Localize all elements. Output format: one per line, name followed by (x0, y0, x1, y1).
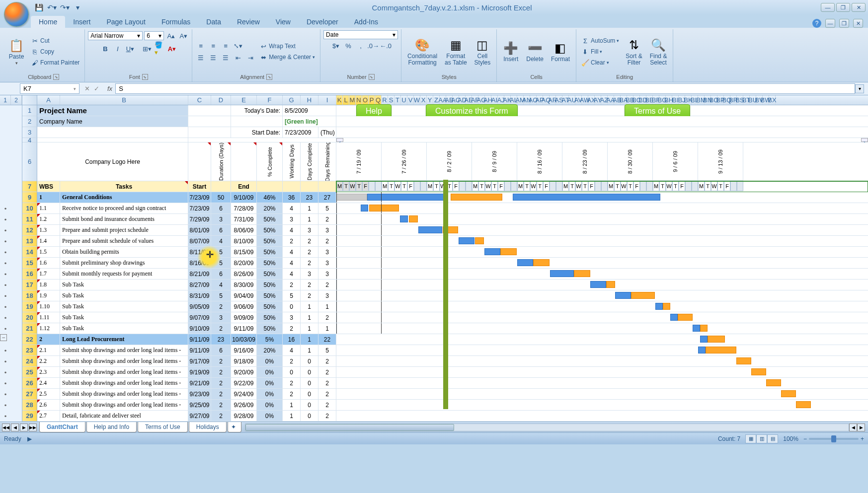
tab-insert[interactable]: Insert (65, 16, 98, 28)
tab-page-layout[interactable]: Page Layout (98, 16, 154, 28)
cancel-formula-icon[interactable]: ✕ (84, 85, 90, 92)
bold-button[interactable]: B (100, 43, 111, 54)
clear-button[interactable]: 🧹Clear▾ (579, 58, 621, 68)
alignment-launcher[interactable]: ⬊ (266, 74, 272, 80)
sheet-tab-help[interactable]: Help and Info (86, 422, 137, 432)
scroll-right-button[interactable]: ▶ (857, 423, 865, 431)
office-button[interactable] (4, 2, 29, 27)
expand-formula-bar[interactable]: ▾ (855, 84, 864, 93)
zoom-out-button[interactable]: − (803, 435, 807, 442)
comma-button[interactable]: , (355, 40, 366, 51)
sheet-nav-first[interactable]: ◀◀ (2, 423, 10, 431)
minimize-button[interactable]: — (821, 3, 835, 12)
sort-filter-button[interactable]: ⇅Sort & Filter (623, 36, 645, 67)
fill-button[interactable]: ⬇Fill▾ (579, 47, 621, 57)
view-normal-button[interactable]: ▦ (745, 434, 756, 443)
autosum-button[interactable]: ΣAutoSum▾ (579, 36, 621, 46)
delete-cells-button[interactable]: ➖Delete (523, 39, 547, 64)
sort-icon: ⇅ (626, 37, 642, 53)
restore-button[interactable]: ❐ (836, 3, 850, 12)
doc-restore-button[interactable]: ❐ (839, 19, 849, 28)
currency-button[interactable]: $▾ (330, 40, 341, 51)
merge-center-button[interactable]: ⬌Merge & Center▾ (257, 52, 317, 62)
align-center-button[interactable]: ☰ (208, 52, 219, 63)
percent-button[interactable]: % (343, 40, 354, 51)
fx-icon[interactable]: fx (104, 85, 115, 92)
orientation-button[interactable]: ⤡▾ (233, 40, 243, 51)
sheet-tab-holidays[interactable]: Holidays (189, 422, 227, 432)
sheet-nav-last[interactable]: ▶▶ (29, 423, 37, 431)
number-format-combo[interactable]: Date▾ (323, 30, 398, 39)
shrink-font-button[interactable]: A▾ (178, 30, 189, 41)
format-as-table-button[interactable]: ▦Format as Table (442, 36, 470, 67)
dec-decimal-button[interactable]: ←.0 (380, 40, 391, 51)
view-page-layout-button[interactable]: ▥ (756, 434, 767, 443)
horizontal-scrollbar[interactable] (245, 423, 849, 431)
paste-icon: 📋 (8, 38, 24, 54)
sheet-nav-next[interactable]: ▶ (20, 423, 28, 431)
indent-more-button[interactable]: ⇥ (245, 52, 256, 63)
wrap-text-button[interactable]: ↩Wrap Text (257, 41, 317, 51)
copy-button[interactable]: ⎘Copy (29, 47, 81, 57)
format-cells-button[interactable]: ◧Format (548, 39, 573, 64)
clipboard-launcher[interactable]: ⬊ (53, 74, 59, 80)
doc-close-button[interactable]: ✕ (853, 19, 863, 28)
border-button[interactable]: ⊞▾ (142, 43, 153, 54)
merge-icon: ⬌ (259, 53, 267, 61)
view-page-break-button[interactable]: ▤ (767, 434, 778, 443)
redo-icon[interactable]: ↷▾ (59, 2, 70, 13)
zoom-in-button[interactable]: + (861, 435, 864, 442)
tab-formulas[interactable]: Formulas (154, 16, 198, 28)
cut-button[interactable]: ✂Cut (29, 36, 81, 46)
save-icon[interactable]: 💾 (33, 2, 44, 13)
sheet-nav-prev[interactable]: ◀ (11, 423, 19, 431)
undo-icon[interactable]: ↶▾ (46, 2, 57, 13)
fill-color-button[interactable]: 🪣▾ (154, 43, 165, 54)
align-right-button[interactable]: ☰ (220, 52, 231, 63)
close-button[interactable]: ✕ (852, 3, 866, 12)
formula-input[interactable]: S (115, 83, 855, 94)
align-bottom-button[interactable]: ≡ (220, 40, 231, 51)
font-launcher[interactable]: ⬊ (142, 74, 148, 80)
help-icon[interactable]: ? (812, 19, 821, 28)
new-sheet-button[interactable]: ✦ (228, 422, 241, 432)
scrollbar-thumb[interactable] (245, 424, 454, 431)
sheet-tab-ganttchart[interactable]: GanttChart (39, 422, 85, 432)
sheet-tab-terms[interactable]: Terms of Use (138, 422, 188, 432)
italic-button[interactable]: I (112, 43, 123, 54)
macro-icon[interactable]: ▶ (27, 435, 32, 442)
enter-formula-icon[interactable]: ✓ (94, 85, 99, 92)
number-launcher[interactable]: ⬊ (369, 74, 375, 80)
font-color-button[interactable]: A▾ (166, 43, 177, 54)
grow-font-button[interactable]: A▴ (165, 30, 176, 41)
conditional-formatting-button[interactable]: 🎨Conditional Formatting (404, 36, 440, 67)
align-middle-button[interactable]: ≡ (208, 40, 219, 51)
name-box[interactable]: K7▾ (20, 83, 79, 94)
tab-view[interactable]: View (268, 16, 299, 28)
underline-button[interactable]: U▾ (125, 43, 136, 54)
cell-styles-button[interactable]: ◫Cell Styles (472, 36, 494, 67)
find-select-button[interactable]: 🔍Find & Select (647, 36, 670, 67)
tab-addins[interactable]: Add-Ins (346, 16, 386, 28)
qat-more-icon[interactable]: ▾ (72, 2, 83, 13)
paste-button[interactable]: 📋 Paste ▾ (5, 37, 27, 66)
tab-review[interactable]: Review (229, 16, 268, 28)
zoom-slider[interactable]: − + (803, 435, 864, 442)
font-name-combo[interactable]: Arial Narrow▾ (88, 31, 143, 40)
tab-home[interactable]: Home (31, 16, 65, 28)
tab-developer[interactable]: Developer (299, 16, 346, 28)
align-top-button[interactable]: ≡ (195, 40, 206, 51)
outline-level-2[interactable]: 2 (11, 95, 22, 105)
worksheet-grid[interactable]: 1Project NameToday's Date:8/5/2009HelpCu… (0, 105, 868, 422)
zoom-level[interactable]: 100% (783, 435, 798, 442)
align-left-button[interactable]: ☰ (195, 52, 206, 63)
insert-cells-button[interactable]: ➕Insert (500, 39, 522, 64)
inc-decimal-button[interactable]: .0→ (368, 40, 379, 51)
format-painter-button[interactable]: 🖌Format Painter (29, 58, 81, 68)
font-size-combo[interactable]: 6▾ (144, 31, 164, 40)
tab-data[interactable]: Data (198, 16, 229, 28)
indent-less-button[interactable]: ⇤ (233, 52, 243, 63)
doc-minimize-button[interactable]: — (825, 19, 835, 28)
outline-level-1[interactable]: 1 (0, 95, 11, 105)
scroll-left-button[interactable]: ◀ (849, 423, 857, 431)
